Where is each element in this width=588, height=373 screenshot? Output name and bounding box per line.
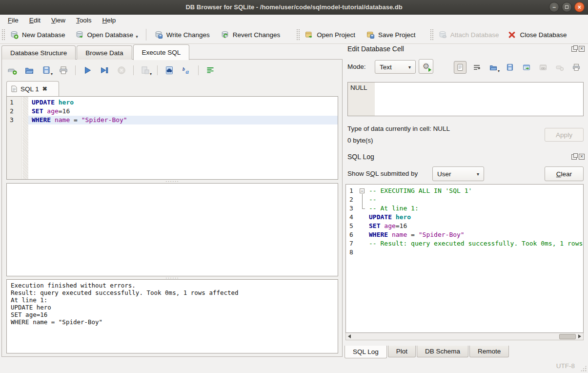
mode-combobox[interactable]: Text ▾: [375, 60, 416, 74]
resize-grip[interactable]: [580, 365, 587, 372]
code-text: WHERE name = "Spider-Boy": [28, 116, 338, 124]
scroll-right-icon[interactable]: [576, 333, 583, 340]
save-project-button[interactable]: Save Project: [363, 28, 419, 41]
sql-log-view[interactable]: 1−-- EXECUTING ALL IN 'SQL 1'2--3-- At l…: [345, 184, 584, 333]
open-in-window-button[interactable]: [520, 61, 533, 74]
import-cell-data-button[interactable]: ▾: [487, 61, 500, 74]
export-cell-data-button[interactable]: [504, 61, 516, 74]
open-database-icon: [75, 30, 84, 39]
scroll-left-icon[interactable]: [346, 333, 353, 340]
code-line[interactable]: 3WHERE name = "Spider-Boy": [7, 116, 338, 124]
titlebar[interactable]: DB Browser for SQLite - /home/user/code/…: [0, 0, 588, 15]
save-sql-file-button[interactable]: ▾: [40, 64, 53, 77]
close-tab-icon[interactable]: ✖: [42, 85, 47, 92]
scrollbar-track[interactable]: [353, 333, 576, 340]
open-project-button[interactable]: Open Project: [301, 28, 359, 41]
fold-margin: [359, 213, 367, 222]
execution-log[interactable]: Execution finished without errors.Result…: [6, 279, 338, 353]
new-sql-tab-icon: [7, 65, 17, 75]
line-number: 2: [7, 107, 22, 116]
scrollbar-thumb[interactable]: [559, 334, 576, 339]
open-in-external-app-button[interactable]: ⚙: [419, 59, 433, 74]
menu-help[interactable]: Help: [97, 16, 122, 25]
minimize-button[interactable]: −: [549, 2, 559, 12]
dock-float-icon[interactable]: [571, 46, 577, 52]
menu-view[interactable]: View: [46, 16, 71, 25]
code-line[interactable]: 6WHERE name = "Spider-Boy": [346, 230, 583, 239]
menu-file[interactable]: File: [2, 16, 24, 25]
green-arrow-icon: [428, 68, 431, 72]
revert-changes-button[interactable]: Revert Changes: [217, 28, 284, 41]
toolbar-button-label: Open Project: [317, 31, 355, 39]
execute-all-button[interactable]: [81, 64, 94, 77]
new-database-button[interactable]: New Database: [6, 28, 69, 41]
dock-close-icon[interactable]: ×: [579, 154, 585, 160]
close-database-button[interactable]: Close Database: [504, 28, 570, 41]
code-line[interactable]: 1−-- EXECUTING ALL IN 'SQL 1': [346, 186, 583, 195]
dock-tab-db-schema[interactable]: DB Schema: [417, 346, 468, 357]
print-button[interactable]: [57, 64, 70, 77]
word-wrap-icon: [472, 63, 481, 72]
encoding-indicator[interactable]: UTF-8: [556, 362, 575, 370]
open-database-dropdown-caret[interactable]: ▾: [136, 35, 138, 39]
line-number: 6: [346, 230, 359, 239]
code-line[interactable]: 1UPDATE hero: [7, 98, 338, 107]
autocomplete-button[interactable]: ba: [180, 64, 193, 77]
maximize-icon: [565, 5, 568, 9]
find-button[interactable]: [163, 64, 176, 77]
code-line[interactable]: 2SET age=16: [7, 107, 338, 116]
dock-tab-sql-log[interactable]: SQL Log: [345, 346, 387, 358]
dock-close-icon[interactable]: ×: [579, 46, 585, 52]
tab-database-structure[interactable]: Database Structure: [1, 45, 76, 60]
execute-line-button[interactable]: [98, 64, 111, 77]
format-sql-button[interactable]: [204, 64, 217, 77]
sql-log-filter-combobox[interactable]: User ▾: [432, 166, 484, 181]
code-line[interactable]: 8: [346, 248, 583, 257]
print-icon: [572, 63, 581, 72]
dock-tab-plot[interactable]: Plot: [388, 346, 416, 357]
dock-float-icon[interactable]: [571, 154, 577, 160]
word-wrap-button[interactable]: [470, 61, 483, 74]
cell-editor[interactable]: NULL: [347, 82, 584, 116]
tab-browse-data[interactable]: Browse Data: [77, 45, 132, 60]
open-database-button[interactable]: Open Database ▾: [72, 28, 142, 41]
execution-log-line: At line 1:: [11, 296, 334, 304]
fold-margin: [359, 222, 367, 230]
dock-tab-remote[interactable]: Remote: [469, 346, 509, 357]
code-line[interactable]: 3-- At line 1:: [346, 204, 583, 213]
open-sql-file-icon: [24, 65, 34, 75]
sql-code-editor[interactable]: 1UPDATE hero2SET age=163WHERE name = "Sp…: [6, 96, 338, 180]
sql-file-tab[interactable]: SQL 1 ✖: [6, 81, 59, 96]
splitter-handle[interactable]: ······: [6, 180, 338, 183]
clear-log-button[interactable]: Clear: [545, 166, 584, 181]
text-mode-button[interactable]: [454, 61, 466, 74]
toolbar-drag-handle[interactable]: [296, 29, 300, 41]
horizontal-scrollbar[interactable]: [345, 333, 584, 340]
toolbar-drag-handle[interactable]: [1, 29, 5, 41]
close-button[interactable]: ×: [574, 2, 585, 12]
code-line[interactable]: 5SET age=16: [346, 222, 583, 230]
toolbar-button-label: Attach Database: [450, 31, 499, 39]
results-pane[interactable]: [6, 183, 338, 276]
write-changes-button[interactable]: Write Changes: [151, 28, 213, 41]
write-changes-icon: [154, 30, 163, 39]
toolbar-drag-handle[interactable]: [430, 29, 433, 41]
tab-execute-sql[interactable]: Execute SQL: [133, 44, 190, 60]
toolbar-separator: [198, 65, 199, 75]
menu-edit[interactable]: Edit: [24, 16, 46, 25]
fold-margin[interactable]: −: [359, 186, 367, 195]
code-line[interactable]: 2--: [346, 195, 583, 204]
save-sql-dropdown-caret[interactable]: ▾: [51, 72, 53, 76]
code-line[interactable]: 7-- Result: query executed successfully.…: [346, 239, 583, 248]
menu-tools[interactable]: Tools: [71, 16, 97, 25]
code-line[interactable]: 4UPDATE hero: [346, 213, 583, 222]
import-dropdown-caret[interactable]: ▾: [498, 69, 500, 73]
line-number: 5: [346, 222, 359, 230]
sql-log-dock-title: SQL Log: [347, 153, 374, 161]
code-text: UPDATE hero: [28, 98, 338, 107]
new-sql-tab-button[interactable]: [6, 64, 19, 77]
maximize-button[interactable]: [562, 2, 572, 12]
print-cell-button[interactable]: [570, 61, 583, 74]
fold-collapse-icon[interactable]: −: [360, 188, 365, 193]
open-sql-file-button[interactable]: [23, 64, 36, 77]
